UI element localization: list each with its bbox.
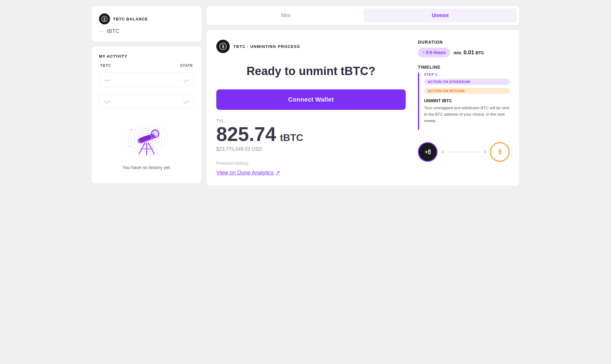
step1-label: STEP 1 [424, 73, 510, 76]
tbtc-symbol: +₿ [425, 149, 431, 155]
action-badges: ACTION ON ETHEREUM ACTION ON BITCOIN [424, 79, 510, 96]
timeline-content: STEP 1 ACTION ON ETHEREUM ACTION ON BITC… [424, 73, 510, 130]
connect-wallet-button[interactable]: Connect Wallet [216, 89, 406, 110]
tvl-section: TVL 825.74 tBTC $23,775,549.03 USD [216, 118, 406, 152]
svg-point-17 [165, 128, 166, 129]
svg-point-11 [153, 132, 157, 136]
main-left-section: ₿ tBTC - UNMINTING PROCESS Ready to unmi… [216, 40, 406, 176]
duration-min-label: min. [454, 50, 463, 55]
svg-point-16 [131, 129, 132, 130]
no-history-section: You have no history yet. [99, 116, 194, 176]
no-history-text: You have no history yet. [122, 165, 171, 170]
duration-row: ~ 3-5 Hours min. 0.01 BTC [418, 48, 510, 57]
balance-title: tBTC BALANCE [113, 17, 148, 21]
duration-title: DURATION [418, 40, 510, 45]
svg-text:₿: ₿ [104, 17, 105, 21]
tvl-amount-row: 825.74 tBTC [216, 124, 406, 144]
balance-dash: -- [99, 28, 104, 34]
page-container: ₿ tBTC BALANCE -- tBTC MY ACTIVITY TBTC … [92, 6, 519, 186]
btc-symbol: ₿ [499, 149, 501, 155]
main-content-card: ₿ tBTC - UNMINTING PROCESS Ready to unmi… [207, 30, 519, 186]
process-header: ₿ tBTC - UNMINTING PROCESS [216, 40, 406, 53]
balance-amount: -- tBTC [99, 28, 194, 34]
duration-min: min. 0.01 BTC [454, 49, 484, 56]
flow-line [448, 152, 480, 152]
activity-title: MY ACTIVITY [99, 54, 194, 59]
main-panel: Mint Unmint ₿ tBTC - UNMINTING PROCESS R… [207, 6, 519, 186]
balance-header: ₿ tBTC BALANCE [99, 13, 194, 24]
svg-text:₿: ₿ [222, 44, 224, 49]
tvl-usd: $23,775,549.03 USD [216, 146, 406, 152]
activity-card: MY ACTIVITY TBTC STATE -,-- -,-- -,-- -,… [92, 47, 202, 183]
duration-badge: ~ 3-5 Hours [418, 48, 450, 57]
balance-unit: tBTC [107, 28, 119, 34]
flow-dot [441, 150, 444, 153]
timeline-line [418, 73, 419, 130]
btc-token-icon: ₿ [490, 142, 510, 162]
tabs-container: Mint Unmint [207, 6, 519, 25]
ready-title: Ready to unmint tBTC? [216, 65, 406, 78]
timeline-step1: STEP 1 ACTION ON ETHEREUM ACTION ON BITC… [418, 73, 510, 130]
action-bitcoin-badge: ACTION ON BITCOIN [424, 88, 510, 94]
tbtc-token-icon: +₿ [418, 142, 437, 162]
row1-state: -,-- [183, 77, 189, 82]
telescope-illustration [122, 122, 171, 159]
activity-table-header: TBTC STATE [99, 63, 194, 68]
timeline-line-column [418, 73, 419, 130]
unmint-title: UNMINT tBTC [424, 98, 510, 103]
table-row: -,-- -,-- [99, 73, 194, 87]
row2-state: -,-- [183, 99, 189, 104]
dune-analytics-link[interactable]: View on Dune Analytics ↗ [216, 169, 280, 176]
dune-link-text: View on Dune Analytics [216, 170, 274, 176]
table-row: -,-- -,-- [99, 94, 194, 109]
protocol-history-label: Protocol History [216, 160, 406, 166]
process-title: tBTC - UNMINTING PROCESS [233, 44, 300, 49]
process-icon: ₿ [216, 40, 230, 53]
tbtc-icon: ₿ [99, 13, 110, 24]
protocol-history-section: Protocol History View on Dune Analytics … [216, 160, 406, 176]
unmint-desc: Your unwrapped and withdrawn BTC will be… [424, 105, 510, 124]
flow-dot2 [483, 150, 486, 153]
tab-mint[interactable]: Mint [209, 9, 362, 23]
duration-min-amount: 0.01 [463, 49, 474, 56]
tvl-unit: tBTC [280, 132, 303, 143]
tab-unmint[interactable]: Unmint [364, 9, 517, 23]
tvl-label: TVL [216, 118, 406, 123]
duration-section: DURATION ~ 3-5 Hours min. 0.01 BTC [418, 40, 510, 57]
token-flow: +₿ ₿ [418, 142, 510, 162]
dune-link-arrow: ↗ [276, 169, 280, 176]
left-sidebar: ₿ tBTC BALANCE -- tBTC MY ACTIVITY TBTC … [92, 6, 202, 186]
duration-min-unit: BTC [475, 50, 484, 55]
activity-col-tbtc: TBTC [100, 63, 111, 68]
activity-col-state: STATE [180, 63, 193, 68]
timeline-section: TIMELINE STEP 1 ACTION ON ETHEREUM ACTIO… [418, 65, 510, 130]
row2-tbtc: -,-- [104, 99, 110, 104]
tvl-amount: 825.74 [216, 123, 276, 145]
timeline-title: TIMELINE [418, 65, 510, 70]
main-right-section: DURATION ~ 3-5 Hours min. 0.01 BTC TIMEL… [418, 40, 510, 176]
row1-tbtc: -,-- [104, 77, 110, 82]
balance-card: ₿ tBTC BALANCE -- tBTC [92, 6, 202, 42]
svg-point-18 [130, 146, 130, 147]
action-ethereum-badge: ACTION ON ETHEREUM [424, 79, 510, 85]
